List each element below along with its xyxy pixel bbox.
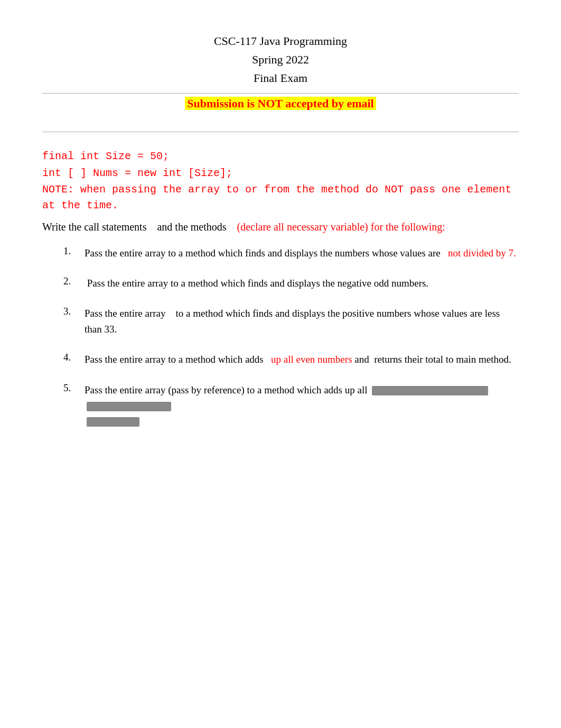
question-3: 3. Pass the entire array to a method whi… bbox=[63, 306, 519, 337]
q5-text: Pass the entire array (pass by reference… bbox=[85, 382, 519, 429]
q5-redacted2 bbox=[87, 402, 171, 411]
q5-redacted1 bbox=[372, 386, 488, 395]
q4-number: 4. bbox=[63, 352, 78, 363]
q1-red: not divided by 7. bbox=[448, 247, 516, 259]
question-2: 2. Pass the entire array to a method whi… bbox=[63, 275, 519, 291]
q1-number: 1. bbox=[63, 245, 78, 257]
q4-red: up all even numbers bbox=[271, 354, 352, 365]
question-4: 4. Pass the entire array to a method whi… bbox=[63, 352, 519, 367]
page-header: CSC-117 Java Programming Spring 2022 Fin… bbox=[42, 32, 519, 88]
header-line1: CSC-117 Java Programming bbox=[42, 32, 519, 50]
q3-text: Pass the entire array to a method which … bbox=[85, 306, 519, 337]
q2-text: Pass the entire array to a method which … bbox=[85, 275, 519, 291]
q1-text: Pass the entire array to a method which … bbox=[85, 245, 519, 261]
write-line-red: (declare all necessary variable) for the… bbox=[237, 221, 445, 233]
submission-text: Submission is NOT accepted by email bbox=[185, 97, 376, 110]
submission-notice: Submission is NOT accepted by email bbox=[42, 97, 519, 110]
q5-redacted3 bbox=[87, 417, 139, 427]
divider-bottom bbox=[42, 132, 519, 132]
code-line1: final int Size = 50; bbox=[42, 148, 519, 165]
note-line: NOTE: when passing the array to or from … bbox=[42, 182, 519, 214]
page-container: CSC-117 Java Programming Spring 2022 Fin… bbox=[42, 32, 519, 429]
q5-number: 5. bbox=[63, 382, 78, 394]
code-line2: int [ ] Nums = new int [Size]; bbox=[42, 165, 519, 182]
q2-number: 2. bbox=[63, 275, 78, 287]
q4-text: Pass the entire array to a method which … bbox=[85, 352, 519, 367]
write-line: Write the call statements and the method… bbox=[42, 219, 519, 235]
question-5: 5. Pass the entire array (pass by refere… bbox=[63, 382, 519, 429]
question-1: 1. Pass the entire array to a method whi… bbox=[63, 245, 519, 261]
questions-list: 1. Pass the entire array to a method whi… bbox=[42, 245, 519, 429]
q3-number: 3. bbox=[63, 306, 78, 317]
code-block: final int Size = 50; int [ ] Nums = new … bbox=[42, 148, 519, 214]
header-line2: Spring 2022 bbox=[42, 50, 519, 69]
divider-top bbox=[42, 93, 519, 94]
header-line3: Final Exam bbox=[42, 69, 519, 87]
